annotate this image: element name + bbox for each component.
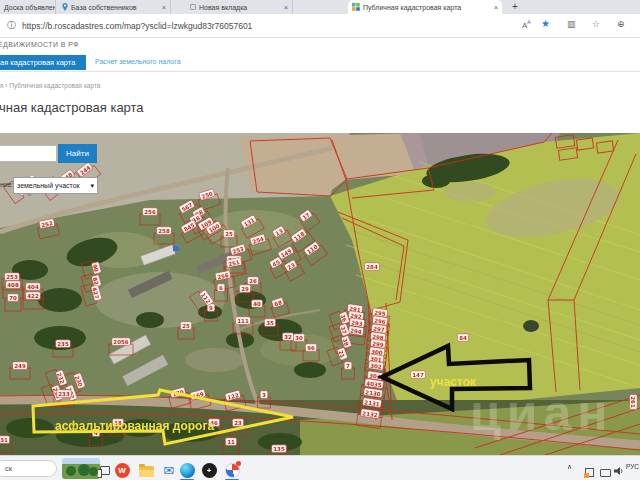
- split-screen-icon[interactable]: ▥: [567, 19, 576, 29]
- taskbar-search-text: ск: [5, 464, 12, 473]
- svg-text:7: 7: [346, 363, 350, 369]
- parcel-label[interactable]: 29: [239, 285, 250, 293]
- tab-close-icon[interactable]: ×: [162, 4, 166, 11]
- parcel-label[interactable]: 3: [260, 391, 268, 399]
- svg-text:96: 96: [307, 345, 315, 351]
- favorites-hub-icon[interactable]: ☆: [592, 19, 600, 29]
- parcel-label[interactable]: 23: [232, 419, 243, 427]
- svg-text:233: 233: [58, 391, 70, 397]
- address-bar[interactable]: ⓘ https://b.roscadastres.com/map?ysclid=…: [0, 14, 640, 38]
- parcel-label[interactable]: 70: [7, 294, 18, 302]
- site-info-icon[interactable]: ⓘ: [7, 19, 16, 32]
- svg-text:258: 258: [158, 228, 170, 234]
- svg-text:31: 31: [0, 437, 8, 443]
- svg-text:249: 249: [14, 363, 26, 369]
- site-header-text: ЕДВИЖИМОСТИ В РФ: [0, 41, 79, 48]
- page-icon: [190, 4, 196, 10]
- breadcrumb-separator: ›: [5, 82, 7, 89]
- parcel-label[interactable]: 35: [264, 319, 275, 327]
- volume-icon[interactable]: [611, 463, 627, 479]
- read-aloud-icon[interactable]: AA: [522, 19, 531, 30]
- svg-text:235: 235: [57, 341, 69, 347]
- parcel-label[interactable]: 2056: [112, 338, 130, 346]
- parcel-label[interactable]: 30: [293, 334, 304, 342]
- breadcrumb: я › Публичная кадастровая карта: [0, 82, 100, 89]
- svg-text:26: 26: [249, 278, 257, 284]
- parcel-label[interactable]: 7: [344, 362, 352, 370]
- task-view-button[interactable]: [97, 462, 113, 478]
- parcel-label[interactable]: 84: [457, 334, 468, 342]
- tray-chevron-icon[interactable]: ∧: [567, 463, 572, 471]
- site-tab-cadastral-map[interactable]: ая кадастровая карта: [0, 55, 86, 70]
- svg-text:253: 253: [6, 274, 18, 280]
- parcel-label[interactable]: 135: [272, 445, 287, 453]
- parcel-label[interactable]: 256: [143, 208, 158, 216]
- parcel-label[interactable]: 31: [0, 436, 10, 444]
- tab-kadastr-map-active[interactable]: Публичная кадастровая карта ×: [348, 0, 502, 14]
- svg-text:422: 422: [27, 293, 39, 299]
- parcel-label[interactable]: 11: [225, 438, 236, 446]
- divider: [0, 71, 640, 72]
- svg-text:35: 35: [266, 320, 274, 326]
- url-text[interactable]: https://b.roscadastres.com/map?ysclid=lz…: [22, 21, 252, 31]
- road-arrow-label: асфальтированная дорога: [55, 419, 214, 433]
- parcel-label[interactable]: 233: [57, 390, 72, 398]
- file-explorer-icon[interactable]: [138, 462, 154, 478]
- object-type-select[interactable]: земельный участок ▾: [13, 177, 98, 194]
- parcel-label[interactable]: 249: [13, 362, 28, 370]
- parcel-label[interactable]: 32: [282, 333, 293, 341]
- svg-text:135: 135: [273, 446, 285, 452]
- tray-app-icon[interactable]: [581, 464, 597, 480]
- breadcrumb-fragment[interactable]: я: [0, 82, 4, 89]
- screen: Доска объявлений × База собственников × …: [0, 0, 640, 480]
- location-pin-icon: [62, 3, 68, 11]
- svg-text:70: 70: [9, 295, 17, 301]
- language-indicator[interactable]: РУС: [626, 463, 639, 470]
- taskbar-search-box[interactable]: ск: [0, 460, 57, 477]
- dark-plus-app-icon[interactable]: +: [201, 462, 217, 478]
- watermark-text: циан: [470, 385, 613, 441]
- new-tab-button[interactable]: +: [512, 1, 518, 12]
- parcel-label[interactable]: 40: [251, 300, 262, 308]
- mail-icon[interactable]: ✉: [161, 462, 177, 478]
- taskbar: ск W ✉ + ∧ РУС: [0, 455, 640, 480]
- search-button[interactable]: Найти: [58, 144, 97, 163]
- tab-new-tab[interactable]: Новая вкладка ×: [186, 0, 293, 14]
- parcel-label[interactable]: 111: [236, 317, 251, 325]
- parcel-label[interactable]: 96: [305, 344, 316, 352]
- parcel-label[interactable]: 6: [217, 284, 225, 292]
- select-value: земельный участок: [17, 178, 80, 193]
- svg-text:29: 29: [241, 286, 249, 292]
- svg-text:261: 261: [630, 396, 636, 408]
- parcel-label[interactable]: 253: [5, 273, 20, 281]
- tab-title: База собственников: [71, 4, 137, 11]
- parcel-label[interactable]: 258: [157, 227, 172, 235]
- pond: [523, 320, 539, 332]
- edge-icon[interactable]: [179, 462, 195, 478]
- chevron-down-icon: ▾: [90, 178, 94, 193]
- tab-close-icon[interactable]: ×: [494, 4, 498, 11]
- extensions-icon[interactable]: ⊕: [617, 19, 625, 29]
- parcel-label[interactable]: 408: [6, 281, 21, 289]
- tab-title: Доска объявлений: [4, 4, 56, 11]
- parcel-label[interactable]: 284: [365, 263, 380, 271]
- tab-close-icon[interactable]: ×: [284, 4, 288, 11]
- parcel-label[interactable]: 404: [26, 283, 41, 291]
- tab-baza-sobstvennikov[interactable]: База собственников ×: [58, 0, 171, 14]
- parcel-label[interactable]: 26: [247, 277, 258, 285]
- favorite-star-icon[interactable]: ★: [541, 18, 550, 29]
- notification-badge: [236, 461, 241, 466]
- site-tab-land-tax[interactable]: Расчет земельного налога: [95, 58, 181, 65]
- parcel-label[interactable]: 25: [180, 322, 191, 330]
- tab-doska-obyavleniy[interactable]: Доска объявлений ×: [0, 0, 56, 14]
- parcel-label[interactable]: 261: [630, 395, 638, 410]
- browser-colored-icon[interactable]: [224, 462, 240, 478]
- svg-text:23: 23: [234, 420, 242, 426]
- weather-widget[interactable]: [62, 458, 100, 479]
- browser-w-icon[interactable]: W: [114, 462, 130, 478]
- parcel-label[interactable]: 147: [411, 371, 426, 379]
- map-search-input[interactable]: [0, 145, 57, 162]
- parcel-label[interactable]: 422: [26, 292, 41, 300]
- parcel-label[interactable]: 25: [223, 230, 234, 238]
- parcel-label[interactable]: 235: [56, 340, 71, 348]
